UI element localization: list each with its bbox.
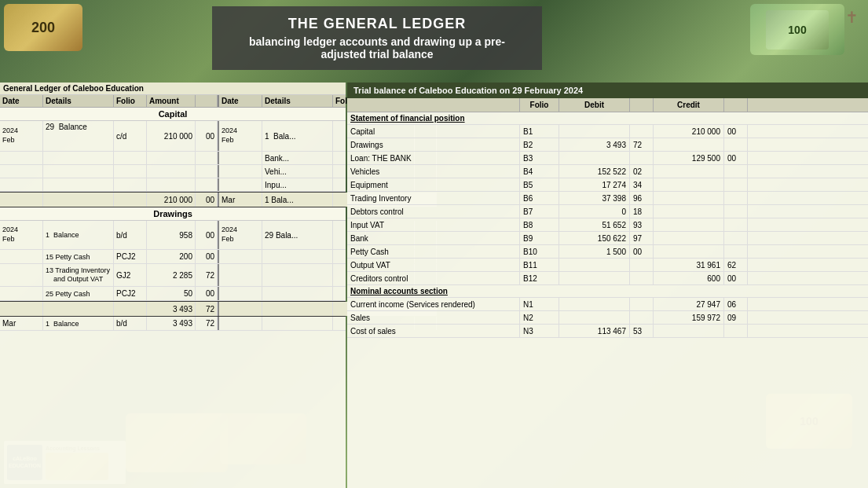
- cap-cents-l: 00: [196, 121, 218, 151]
- money-note-tl: 200: [4, 4, 82, 51]
- title-sub: balancing ledger accounts and drawing up…: [228, 35, 526, 61]
- cross-icon: ✝: [845, 8, 859, 27]
- tr-account: Capital: [347, 125, 520, 138]
- col-cents-l: [196, 95, 218, 107]
- cap-date-r: 2024Feb: [219, 121, 262, 151]
- bank-l4: [147, 152, 196, 164]
- col-amount-l: Amount: [147, 95, 196, 107]
- title-box: THE GENERAL LEDGER balancing ledger acco…: [212, 6, 542, 70]
- th-dc: [630, 98, 654, 112]
- bank-r1: [219, 152, 262, 164]
- tr-dc: [630, 125, 654, 138]
- cap-amount-l: 210 000: [147, 121, 196, 151]
- trial-row: Drawings B2 3 493 72: [347, 138, 868, 152]
- section-capital: Capital: [0, 108, 346, 121]
- ledger-panel: General Ledger of Caleboo Education Date…: [0, 83, 346, 488]
- trial-row: Current income (Services rendered) N1 27…: [347, 298, 868, 311]
- ledger-header: General Ledger of Caleboo Education: [0, 83, 346, 95]
- col-date-l: Date: [0, 95, 43, 107]
- trial-row: Bank B9 150 622 97: [347, 232, 868, 245]
- trial-header: Trial balance of Caleboo Education on 29…: [347, 83, 868, 98]
- col-details-l: Details: [43, 95, 114, 107]
- th-debit: Debit: [559, 98, 630, 112]
- content-area: General Ledger of Caleboo Education Date…: [0, 83, 868, 488]
- section-drawings: Drawings: [0, 207, 346, 221]
- tr-cc: 00: [724, 125, 748, 138]
- trial-row: Loan: THE BANK B3 129 500 00: [347, 152, 868, 165]
- bank-l1: [0, 152, 43, 164]
- trial-row: Capital B1 210 000 00: [347, 125, 868, 138]
- trial-row: Sales N2 159 972 09: [347, 311, 868, 325]
- cap-detail-r: 1 Bala...: [262, 121, 333, 151]
- trial-row: Trading Inventory B6 37 398 96: [347, 192, 868, 205]
- trial-row: Vehicles B4 152 522 02: [347, 165, 868, 178]
- col-date-r: Date: [219, 95, 262, 107]
- th-cc: [724, 98, 748, 112]
- cap-total-cents: 00: [196, 193, 218, 207]
- section-nominal: Nominal accounts section: [347, 285, 868, 298]
- cap-folio-l: c/d: [114, 121, 147, 151]
- bank-l2: [43, 152, 114, 164]
- cap-date-l: 2024Feb: [0, 121, 43, 151]
- trial-row: Petty Cash B10 1 500 00: [347, 245, 868, 259]
- trial-row: Output VAT B11 31 961 62: [347, 259, 868, 272]
- trial-row: Input VAT B8 51 652 93: [347, 218, 868, 232]
- th-account: [347, 98, 520, 112]
- col-folio-l: Folio: [114, 95, 147, 107]
- draw-total-cents: 72: [196, 302, 218, 316]
- bank-l5: [196, 152, 218, 164]
- trial-row: Debtors control B7 0 18: [347, 205, 868, 218]
- bank-r2: Bank...: [262, 152, 333, 164]
- cap-total-amt: 210 000: [147, 193, 196, 207]
- bank-l3: [114, 152, 147, 164]
- th-folio: Folio: [520, 98, 559, 112]
- draw-total-amt: 3 493: [147, 302, 196, 316]
- tr-debit: [559, 125, 630, 138]
- trial-row: Creditors control B12 600 00: [347, 272, 868, 285]
- th-credit: Credit: [654, 98, 724, 112]
- cap-day-l: 29 Balance: [43, 121, 114, 151]
- money-note-tr: 100: [750, 4, 844, 55]
- trial-row: Cost of sales N3 113 467 53: [347, 325, 868, 338]
- tr-folio: B1: [520, 125, 559, 138]
- col-details-r: Details: [262, 95, 333, 107]
- trial-row: Equipment B5 17 274 34: [347, 178, 868, 192]
- section-sfp: Statement of financial position: [347, 112, 868, 125]
- tr-credit: 210 000: [654, 125, 724, 138]
- trial-panel: Trial balance of Caleboo Education on 29…: [347, 83, 868, 488]
- title-main: THE GENERAL LEDGER: [228, 16, 526, 32]
